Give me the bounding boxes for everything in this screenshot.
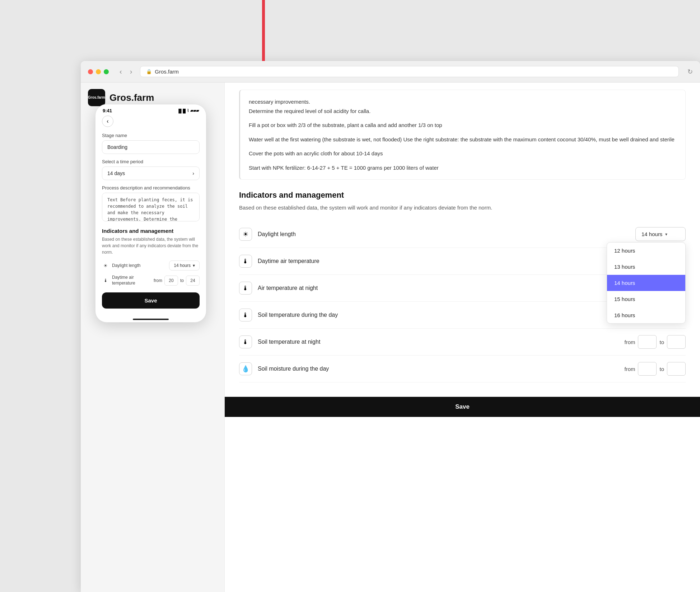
web-daylight-row: ☀ Daylight length 14 hours ▾ 12 hours 13… [239, 221, 686, 248]
process-desc-label: Process description and recommendations [102, 185, 200, 191]
web-daytime-temp-name: Daytime air temperature [258, 258, 624, 264]
signal-icon: ▐▌█ [177, 109, 186, 113]
text-line-5: Start with NPK fertilizer: 6-14-27 + 5 +… [249, 163, 677, 173]
text-line-1: necessary improvements.Determine the req… [249, 97, 677, 116]
dropdown-item-14[interactable]: 14 hours [607, 275, 685, 291]
dropdown-item-13[interactable]: 13 hours [607, 259, 685, 275]
web-moisture-from-input[interactable] [638, 362, 657, 376]
phone-daytime-to-box[interactable]: 24 [186, 276, 200, 286]
scrollable-text-block: necessary improvements.Determine the req… [239, 90, 686, 180]
dropdown-item-12[interactable]: 12 hours [607, 243, 685, 259]
phone-daylight-dropdown[interactable]: 14 hours ▾ [169, 260, 200, 271]
web-sun-icon: ☀ [239, 228, 252, 241]
web-daylight-dropdown[interactable]: 14 hours ▾ [635, 227, 686, 241]
phone-save-button[interactable]: Save [102, 292, 200, 309]
traffic-lights [88, 69, 109, 74]
phone-daytime-from-box[interactable]: 20 [164, 276, 178, 286]
phone-daylight-value: 14 hours [174, 263, 191, 268]
phone-sun-icon: ☀ [102, 262, 109, 269]
gros-logo-text: Gros.farm [109, 92, 154, 103]
phone-indicators-title: Indicators and management [102, 228, 200, 234]
refresh-button[interactable]: ↻ [687, 68, 693, 76]
web-soil-night-to-label: to [659, 339, 664, 345]
web-daylight-control: 14 hours ▾ [635, 227, 686, 241]
web-soil-day-temp-name: Soil temperature during the day [258, 312, 624, 318]
time-period-label: Select a time period [102, 159, 200, 164]
web-moisture-to-input[interactable] [667, 362, 686, 376]
text-line-2: Fill a pot or box with 2/3 of the substr… [249, 121, 677, 130]
text-line-3: Water well at the first watering (the su… [249, 135, 677, 144]
stage-name-input[interactable] [102, 140, 200, 154]
chevron-right-icon: › [192, 170, 194, 176]
web-soil-night-to-input[interactable] [667, 335, 686, 349]
web-night-temp-name: Air temperature at night [258, 285, 624, 291]
web-thermometer4-icon: 🌡 [239, 335, 252, 348]
home-bar [133, 319, 169, 320]
web-content: necessary improvements.Determine the req… [225, 83, 700, 397]
phone-time: 9:41 [103, 108, 112, 113]
phone-daylight-label: ☀ Daylight length [102, 262, 140, 269]
phone-indicators-desc: Based on these established data, the sys… [102, 236, 200, 255]
phone-back-icon: ‹ [107, 118, 108, 124]
web-thermometer3-icon: 🌡 [239, 309, 252, 321]
web-dropdown-overlay: 12 hours 13 hours 14 hours 15 hours 16 h… [607, 242, 686, 324]
web-soil-night-temp-control: from to [624, 335, 686, 349]
web-soil-night-temp-name: Soil temperature at night [258, 339, 624, 345]
back-button[interactable]: ‹ [117, 67, 124, 76]
phone-daytime-temp-row: 🌡 Daytime air temperature from 20 to 24 [102, 275, 200, 286]
web-thermometer2-icon: 🌡 [239, 282, 252, 295]
dropdown-item-16[interactable]: 16 hours [607, 307, 685, 323]
logo-line2: farm [97, 95, 105, 100]
traffic-light-green[interactable] [104, 69, 109, 74]
dropdown-item-15[interactable]: 15 hours [607, 291, 685, 307]
wifi-icon: ⌇ [187, 108, 189, 113]
web-daylight-name: Daylight length [258, 231, 635, 238]
time-period-value: 14 days [107, 170, 125, 176]
browser-window: ‹ › 🔒 Gros.farm ↻ Gros. farm Gros.farm [81, 61, 700, 592]
left-panel: Gros. farm Gros.farm 9:41 ▐▌█ ⌇ ▰▰▰ [81, 83, 224, 592]
web-soil-night-temp-row: 🌡 Soil temperature at night from to [239, 329, 686, 356]
browser-titlebar: ‹ › 🔒 Gros.farm ↻ [81, 61, 700, 83]
stage-name-label: Stage name [102, 133, 200, 138]
address-text: Gros.farm [155, 69, 179, 75]
phone-chevron-down-icon: ▾ [193, 263, 195, 268]
phone-status-bar: 9:41 ▐▌█ ⌇ ▰▰▰ [95, 104, 206, 116]
web-soil-moisture-row: 💧 Soil moisture during the day from to [239, 356, 686, 382]
phone-daytime-temp-label: 🌡 Daytime air temperature [102, 275, 148, 286]
text-line-4: Cover the pots with an acrylic cloth for… [249, 149, 677, 158]
web-thermometer1-icon: 🌡 [239, 255, 252, 268]
phone-mockup: 9:41 ▐▌█ ⌇ ▰▰▰ ‹ Stage name [95, 104, 206, 323]
phone-thermometer-icon: 🌡 [102, 277, 109, 284]
web-section-desc: Based on these established data, the sys… [239, 203, 686, 212]
web-chevron-down-icon: ▾ [665, 232, 667, 237]
phone-daylight-row: ☀ Daylight length 14 hours ▾ [102, 260, 200, 271]
web-droplet-icon: 💧 [239, 362, 252, 375]
phone-content: ‹ Stage name Select a time period 14 day… [95, 116, 206, 316]
web-moisture-from-label: from [624, 366, 635, 372]
right-panel: necessary improvements.Determine the req… [224, 83, 700, 592]
time-period-select[interactable]: 14 days › [102, 166, 200, 180]
lock-icon: 🔒 [146, 69, 152, 74]
web-soil-moisture-name: Soil moisture during the day [258, 366, 624, 372]
web-daylight-value: 14 hours [641, 231, 662, 237]
traffic-light-yellow[interactable] [96, 69, 101, 74]
web-soil-night-from-input[interactable] [638, 335, 657, 349]
address-bar[interactable]: 🔒 Gros.farm [140, 66, 679, 77]
phone-back-button[interactable]: ‹ [102, 116, 113, 127]
phone-status-icons: ▐▌█ ⌇ ▰▰▰ [177, 108, 199, 113]
phone-home-indicator [95, 316, 206, 322]
phone-daytime-temp-range: from 20 to 24 [154, 276, 200, 286]
browser-content: Gros. farm Gros.farm 9:41 ▐▌█ ⌇ ▰▰▰ [81, 83, 700, 592]
nav-buttons: ‹ › [117, 67, 134, 76]
battery-icon: ▰▰▰ [190, 108, 199, 113]
process-desc-input[interactable]: Text Before planting feces, it is recomm… [102, 193, 200, 221]
traffic-light-red[interactable] [88, 69, 93, 74]
web-save-bar: Save [225, 397, 700, 417]
web-save-button[interactable]: Save [239, 403, 686, 410]
web-moisture-to-label: to [659, 366, 664, 372]
forward-button[interactable]: › [128, 67, 135, 76]
logo-line1: Gros. [88, 95, 97, 100]
web-soil-night-from-label: from [624, 339, 635, 345]
web-soil-moisture-control: from to [624, 362, 686, 376]
gros-logo-icon: Gros. farm [88, 89, 105, 106]
